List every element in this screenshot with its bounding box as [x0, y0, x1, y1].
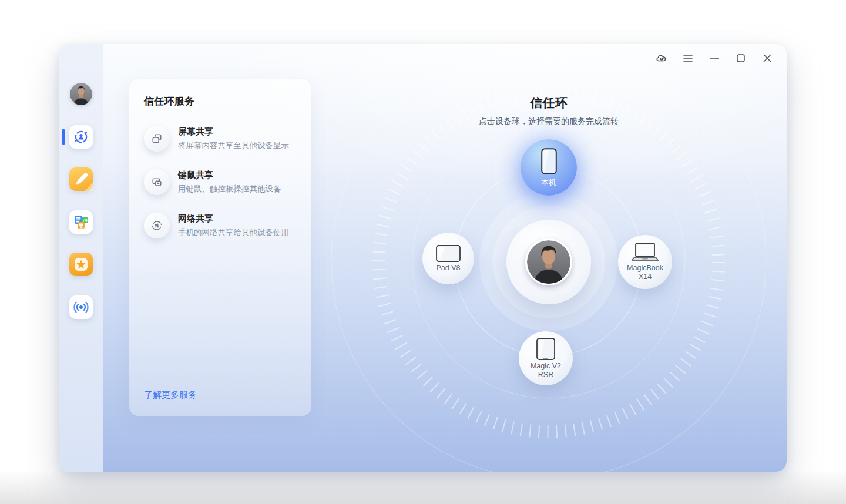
service-description: 用键鼠、触控板操控其他设备 [178, 184, 281, 194]
learn-more-services-link[interactable]: 了解更多服务 [144, 389, 197, 401]
app-window: 信任环 点击设备球，选择需要的服务完成流转 信任环服务 屏幕共享 将屏幕内容共享… [59, 44, 787, 472]
window-controls [653, 49, 776, 67]
user-avatar-large [525, 238, 572, 285]
laptop-icon [630, 243, 660, 262]
desktop-bottom-fade [0, 470, 846, 504]
trust-ring-icon [73, 129, 89, 145]
cloud-sync-button[interactable] [653, 49, 670, 67]
page-title: 信任环 [372, 95, 725, 111]
cast-icon [73, 299, 89, 315]
foldable-phone-icon [536, 338, 555, 360]
sidebar-item-office-suite[interactable] [69, 210, 93, 234]
service-item-screen-share[interactable]: 屏幕共享 将屏幕内容共享至其他设备显示 [144, 126, 297, 152]
phone-icon [541, 148, 557, 174]
device-ball-magicbook-x14[interactable]: MagicBook X14 [618, 235, 672, 289]
screen-share-icon [144, 126, 170, 152]
service-item-keyboard-mouse-share[interactable]: 键鼠共享 用键鼠、触控板操控其他设备 [144, 169, 297, 195]
user-avatar[interactable] [70, 83, 92, 105]
service-description: 将屏幕内容共享至其他设备显示 [178, 140, 289, 151]
minimize-button[interactable] [706, 49, 723, 67]
office-suite-icon [73, 214, 89, 230]
close-icon [763, 53, 772, 63]
menu-button[interactable] [679, 49, 697, 67]
sidebar-item-notes[interactable] [69, 167, 93, 191]
menu-icon [683, 54, 693, 62]
device-label: Pad V8 [436, 264, 460, 273]
device-ball-pad-v8[interactable]: Pad V8 [422, 233, 474, 284]
trust-ring-center [506, 220, 591, 304]
avatar-image [527, 240, 570, 284]
device-ball-magic-v2-rsr[interactable]: Magic V2 RSR [519, 331, 573, 385]
cloud-sync-icon [655, 52, 668, 65]
keyboard-mouse-share-icon [144, 169, 170, 195]
sidebar-item-trust-ring[interactable] [69, 125, 93, 149]
service-description: 手机的网络共享给其他设备使用 [178, 227, 289, 238]
device-label: Magic V2 RSR [525, 362, 567, 379]
page-subtitle: 点击设备球，选择需要的服务完成流转 [372, 116, 725, 127]
device-ball-self[interactable]: 本机 [521, 139, 577, 196]
network-share-icon [144, 213, 170, 238]
service-name: 键鼠共享 [178, 170, 281, 181]
maximize-icon [736, 53, 746, 63]
service-name: 屏幕共享 [178, 126, 289, 137]
maximize-button[interactable] [732, 49, 750, 67]
service-name: 网络共享 [178, 213, 289, 224]
notes-icon [69, 167, 93, 191]
device-label: 本机 [541, 178, 556, 187]
services-panel-title: 信任环服务 [144, 95, 297, 108]
sidebar [59, 44, 103, 472]
minimize-icon [710, 53, 719, 63]
app-market-icon [69, 253, 93, 276]
sidebar-item-cast[interactable] [69, 295, 93, 319]
main-content: 信任环 点击设备球，选择需要的服务完成流转 信任环服务 屏幕共享 将屏幕内容共享… [103, 44, 787, 472]
sidebar-item-app-market[interactable] [69, 253, 93, 276]
tablet-icon [436, 245, 461, 262]
device-label: MagicBook X14 [622, 264, 669, 281]
service-item-network-share[interactable]: 网络共享 手机的网络共享给其他设备使用 [144, 213, 297, 238]
avatar-image [70, 83, 92, 105]
stage-header: 信任环 点击设备球，选择需要的服务完成流转 [372, 95, 725, 127]
close-button[interactable] [758, 49, 776, 67]
services-panel: 信任环服务 屏幕共享 将屏幕内容共享至其他设备显示 [129, 79, 311, 416]
active-tab-indicator [62, 129, 65, 145]
